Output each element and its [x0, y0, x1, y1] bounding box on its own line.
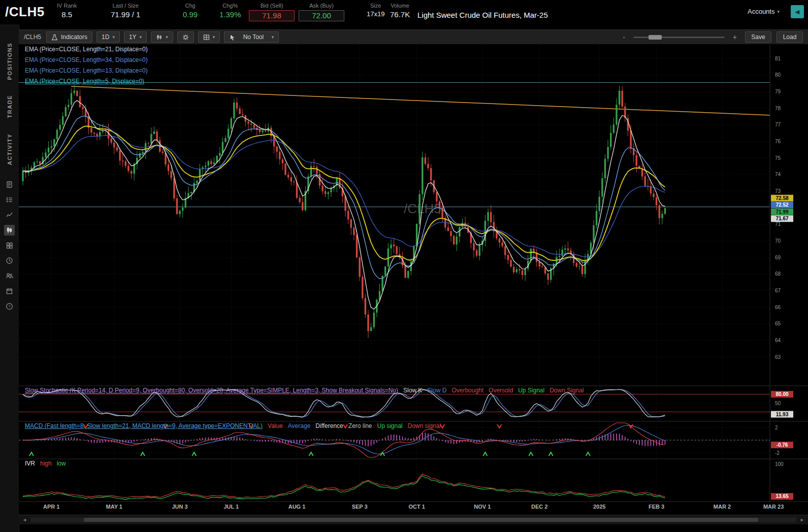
study-label-ema-21[interactable]: EMA (Price=CLOSE, Length=21, Displace=0)	[25, 46, 153, 53]
chevron-down-icon: ▾	[272, 35, 274, 40]
svg-text:DEC 2: DEC 2	[531, 504, 547, 510]
svg-text:68: 68	[775, 271, 781, 277]
tab-positions[interactable]: POSITIONS	[7, 43, 13, 80]
svg-text:65: 65	[775, 321, 781, 326]
zoom-out-button[interactable]: -	[620, 32, 628, 42]
svg-text:FEB 3: FEB 3	[649, 504, 664, 510]
layout-dropdown[interactable]: ▾	[198, 31, 220, 43]
sidebar-icon-rail: ?	[4, 179, 15, 312]
svg-text:?: ?	[8, 304, 11, 309]
svg-text:72.58: 72.58	[775, 195, 788, 201]
field-label: Chg	[183, 3, 198, 9]
trend-icon[interactable]	[4, 210, 15, 220]
top-header: /CLH5 IV Rank 8.5 Last / Size 71.99 / 1 …	[0, 0, 808, 24]
svg-text:72.52: 72.52	[775, 202, 788, 208]
calendar-icon[interactable]	[4, 286, 15, 296]
svg-text:75: 75	[775, 155, 781, 161]
svg-text:-2: -2	[775, 450, 780, 456]
chart-settings-button[interactable]	[177, 31, 194, 43]
svg-text:80.00: 80.00	[775, 391, 788, 397]
tab-activity[interactable]: ACTIVITY	[7, 134, 13, 165]
chart-icon[interactable]	[4, 225, 15, 236]
timeframe-value: 1D	[102, 34, 109, 41]
svg-text:2025: 2025	[593, 504, 605, 510]
study-label-ivr[interactable]: IVRhighlow	[25, 460, 71, 467]
clock-icon[interactable]	[4, 255, 15, 266]
svg-text:78: 78	[775, 106, 781, 111]
chart-type-dropdown[interactable]: ▾	[151, 31, 173, 43]
indicators-button[interactable]: Indicators	[46, 31, 92, 43]
svg-text:64: 64	[775, 338, 781, 343]
zoom-slider[interactable]	[633, 37, 725, 38]
field-label: Ask (Buy)	[299, 3, 344, 9]
ask-button[interactable]: 72.00	[299, 10, 344, 21]
toolbar-symbol-label: /CLH5	[24, 34, 41, 41]
range-dropdown[interactable]: 1Y ▾	[124, 31, 147, 43]
candles-icon	[156, 34, 163, 41]
svg-text:63: 63	[775, 354, 781, 360]
field-iv-rank: IV Rank 8.5	[57, 3, 77, 19]
collapse-panel-button[interactable]: ◀	[791, 5, 804, 18]
study-label-macd[interactable]: MACD (Fast length=8, Slow length=21, MAC…	[25, 422, 446, 429]
tab-trade[interactable]: TRADE	[7, 95, 13, 118]
save-button[interactable]: Save	[745, 31, 771, 43]
scrollbar-track[interactable]	[30, 517, 796, 522]
svg-text:13.65: 13.65	[775, 493, 788, 499]
field-label: Size	[367, 3, 384, 9]
svg-text:71.67: 71.67	[775, 216, 788, 221]
svg-text:67: 67	[775, 288, 781, 293]
svg-text:71: 71	[775, 221, 781, 227]
svg-text:2: 2	[775, 425, 778, 430]
svg-text:OCT 1: OCT 1	[408, 504, 425, 510]
contract-description: Light Sweet Crude Oil Futures, Mar-25	[417, 11, 548, 19]
svg-text:76: 76	[775, 139, 781, 144]
svg-text:81: 81	[775, 56, 781, 61]
users-icon[interactable]	[4, 271, 15, 281]
price-chart[interactable]: 81807978777675747372717069686766656463AP…	[19, 45, 808, 514]
svg-text:69: 69	[775, 255, 781, 260]
watchlist-icon[interactable]	[4, 194, 15, 205]
scrollbar-thumb[interactable]	[84, 518, 758, 522]
symbol-title: /CLH5	[5, 4, 45, 20]
svg-text:73: 73	[775, 188, 781, 194]
study-label-ema-5[interactable]: EMA (Price=CLOSE, Length=5, Displace=0)	[25, 78, 149, 85]
zoom-in-button[interactable]: +	[730, 32, 740, 42]
svg-text:MAR 23: MAR 23	[763, 504, 784, 510]
drawing-tool-dropdown[interactable]: No Tool ▾	[224, 31, 279, 43]
scroll-right-icon[interactable]: ►	[796, 517, 808, 522]
chevron-down-icon: ▾	[777, 9, 780, 14]
notes-icon[interactable]	[4, 179, 15, 190]
field-last-size: Last / Size 71.99 / 1	[111, 3, 140, 19]
study-label-ema-13[interactable]: EMA (Price=CLOSE, Length=13, Displace=0)	[25, 67, 153, 74]
scroll-left-icon[interactable]: ◄	[19, 517, 30, 522]
load-button[interactable]: Load	[777, 31, 803, 43]
chart-scrollbar[interactable]: ◄ ►	[19, 515, 808, 524]
svg-text:80: 80	[775, 72, 781, 78]
apps-grid-icon[interactable]	[4, 240, 15, 251]
svg-text:77: 77	[775, 122, 781, 127]
bid-button[interactable]: 71.98	[249, 10, 295, 21]
zoom-slider-handle[interactable]	[649, 35, 662, 40]
svg-text:11.93: 11.93	[776, 412, 789, 417]
field-ask: Ask (Buy) 72.00	[299, 3, 344, 21]
svg-text:100: 100	[775, 461, 784, 467]
svg-text:50: 50	[775, 401, 781, 406]
chevron-down-icon: ▾	[166, 35, 168, 40]
svg-text:NOV 1: NOV 1	[474, 504, 491, 510]
field-label: Bid (Sell)	[249, 3, 295, 9]
field-value: 0.99	[183, 10, 198, 19]
tool-value: No Tool	[243, 34, 264, 41]
study-label-ema-34[interactable]: EMA (Price=CLOSE, Length=34, Displace=0)	[25, 56, 153, 63]
field-volume: Volume 76.7K	[390, 3, 410, 19]
svg-text:AUG 1: AUG 1	[288, 504, 306, 510]
field-change-pct: Chg% 1.39%	[219, 3, 241, 19]
svg-text:JUL 1: JUL 1	[223, 504, 239, 510]
indicators-label: Indicators	[61, 34, 87, 41]
field-value: 1.39%	[219, 10, 241, 19]
timeframe-dropdown[interactable]: 1D ▾	[96, 31, 120, 43]
accounts-dropdown[interactable]: Accounts ▾	[745, 7, 783, 16]
help-icon[interactable]: ?	[4, 301, 15, 312]
study-label-stochastic[interactable]: Slow Stochastic (K Period=14, D Period=9…	[25, 387, 589, 394]
field-value: 71.99 / 1	[111, 10, 140, 19]
toolbar-right-group: - + Save Load	[620, 31, 803, 43]
